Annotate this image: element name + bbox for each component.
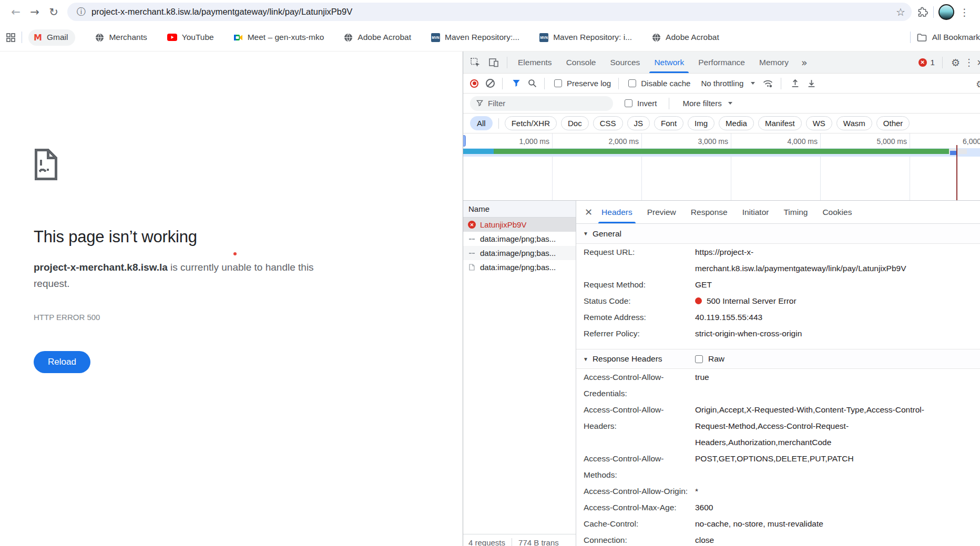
star-icon[interactable]: ☆: [896, 6, 905, 18]
more-filters-label: More filters: [683, 99, 722, 108]
globe-icon: [652, 33, 661, 42]
disclosure-triangle-icon: ▼: [583, 356, 588, 362]
browser-menu-kebab-icon[interactable]: ⋮: [954, 6, 974, 18]
detail-tab-timing[interactable]: Timing: [783, 201, 808, 223]
bookmarks-bar: MGmailMerchantsYouTubeMeet – gen-xuts-mk…: [0, 24, 980, 51]
tab-sources[interactable]: Sources: [610, 51, 640, 73]
chip-font[interactable]: Font: [654, 116, 683, 130]
bookmark-merchants[interactable]: Merchants: [95, 33, 147, 42]
detail-tab-response[interactable]: Response: [691, 201, 728, 223]
preserve-log-toggle[interactable]: Preserve log: [554, 79, 611, 88]
detail-tab-initiator[interactable]: Initiator: [742, 201, 769, 223]
bookmark-youtube[interactable]: YouTube: [167, 33, 214, 42]
header-name: Connection:: [584, 532, 695, 546]
request-row[interactable]: data:image/png;bas...: [463, 260, 576, 274]
chip-media[interactable]: Media: [719, 116, 754, 130]
inspect-icon[interactable]: [470, 57, 481, 68]
extensions-puzzle-icon[interactable]: [917, 6, 928, 18]
disable-cache-checkbox[interactable]: [628, 79, 636, 87]
name-column-header[interactable]: Name: [463, 201, 576, 218]
reload-button[interactable]: Reload: [34, 351, 90, 373]
bookmark-maven-repository-i[interactable]: MVNMaven Repository: i...: [539, 33, 632, 42]
chip-css[interactable]: CSS: [593, 116, 623, 130]
network-timeline[interactable]: 1,000 ms2,000 ms3,000 ms4,000 ms5,000 ms…: [463, 133, 980, 201]
tab-performance[interactable]: Performance: [698, 51, 745, 73]
settings-gear-icon[interactable]: ⚙: [951, 57, 960, 68]
response-headers-section-header[interactable]: ▼ Response Headers Raw: [576, 349, 980, 369]
network-conditions-icon[interactable]: [762, 79, 773, 88]
detail-tab-headers[interactable]: Headers: [601, 201, 632, 223]
more-filters-button[interactable]: More filters: [683, 99, 732, 108]
folder-icon: [917, 33, 927, 42]
search-icon[interactable]: [528, 79, 537, 88]
preserve-log-checkbox[interactable]: [554, 79, 562, 87]
bookmark-adobe-acrobat[interactable]: Adobe Acrobat: [344, 33, 411, 42]
devtools-kebab-icon[interactable]: ⋮: [964, 57, 974, 68]
chip-other[interactable]: Other: [876, 116, 910, 130]
document-icon: [468, 264, 476, 271]
header-row: Connection:close: [576, 532, 980, 546]
request-row[interactable]: ✕LatunjixPb9V: [463, 218, 576, 232]
throttling-select[interactable]: No throttling: [701, 79, 755, 88]
invert-checkbox[interactable]: [625, 99, 632, 107]
bookmark-adobe-acrobat[interactable]: Adobe Acrobat: [652, 33, 719, 42]
transferred-size: 774 B trans: [518, 538, 559, 546]
timeline-tick-label: 4,000 ms: [731, 133, 818, 148]
detail-tab-cookies[interactable]: Cookies: [822, 201, 852, 223]
chip-js[interactable]: JS: [627, 116, 650, 130]
chip-ws[interactable]: WS: [806, 116, 832, 130]
chip-doc[interactable]: Doc: [561, 116, 589, 130]
raw-checkbox[interactable]: [695, 355, 703, 363]
request-row[interactable]: data:image/png;bas...: [463, 232, 576, 246]
tab-memory[interactable]: Memory: [759, 51, 789, 73]
detail-tab-preview[interactable]: Preview: [647, 201, 676, 223]
general-title: General: [593, 229, 621, 239]
forward-arrow-icon[interactable]: →: [25, 3, 44, 22]
import-har-icon[interactable]: [791, 79, 800, 88]
bookmark-maven-repository[interactable]: MVNMaven Repository:...: [431, 33, 519, 42]
bookmark-label: Adobe Acrobat: [666, 33, 719, 42]
all-bookmarks-button[interactable]: All Bookmark: [917, 33, 980, 42]
chip-all[interactable]: All: [470, 116, 493, 130]
chip-manifest[interactable]: Manifest: [758, 116, 802, 130]
header-name: Request URL:: [584, 244, 695, 276]
filter-funnel-icon[interactable]: [512, 79, 520, 87]
bookmark-meet-gen-xuts-mko[interactable]: Meet – gen-xuts-mko: [234, 33, 324, 42]
filter-input[interactable]: Filter: [470, 96, 613, 111]
chip-img[interactable]: Img: [688, 116, 714, 130]
tab-elements[interactable]: Elements: [518, 51, 552, 73]
reload-icon[interactable]: ↻: [44, 3, 63, 22]
invert-toggle[interactable]: Invert: [625, 99, 657, 108]
back-arrow-icon[interactable]: ←: [6, 3, 25, 22]
tab-console[interactable]: Console: [566, 51, 596, 73]
request-error-icon: ✕: [468, 221, 476, 229]
device-toolbar-icon[interactable]: [488, 58, 499, 67]
chip-wasm[interactable]: Wasm: [836, 116, 872, 130]
error-badge-icon: ✕: [918, 58, 927, 67]
header-row: Access-Control-Max-Age:3600: [576, 499, 980, 516]
info-icon[interactable]: ⓘ: [77, 6, 86, 18]
toolbar-separator: [502, 78, 503, 89]
network-settings-gear-icon[interactable]: ⚙: [976, 78, 980, 90]
clear-icon[interactable]: [486, 79, 495, 88]
disable-cache-toggle[interactable]: Disable cache: [628, 79, 690, 88]
export-har-icon[interactable]: [807, 79, 816, 88]
avatar[interactable]: [938, 4, 954, 20]
general-section-header[interactable]: ▼ General: [576, 224, 980, 244]
apps-grid-icon[interactable]: [6, 33, 15, 42]
url-text[interactable]: project-x-merchant.k8.isw.la/paymentgate…: [91, 7, 891, 17]
address-bar[interactable]: ⓘ project-x-merchant.k8.isw.la/paymentga…: [67, 3, 912, 21]
record-icon[interactable]: [470, 79, 478, 88]
chip-fetch-xhr[interactable]: Fetch/XHR: [505, 116, 557, 130]
header-value: strict-origin-when-cross-origin: [695, 325, 802, 342]
more-tabs-icon[interactable]: »: [801, 57, 808, 68]
header-row: Request URL:https://project-x-merchant.k…: [576, 244, 980, 276]
throttling-value: No throttling: [701, 79, 743, 88]
raw-toggle[interactable]: Raw: [695, 354, 724, 364]
error-badge-group[interactable]: ✕ 1: [918, 58, 936, 67]
devtools-close-icon[interactable]: ✕: [977, 58, 980, 68]
request-row[interactable]: data:image/png;bas...: [463, 246, 576, 260]
tab-network[interactable]: Network: [654, 51, 684, 73]
close-icon[interactable]: ✕: [585, 207, 593, 218]
bookmark-gmail[interactable]: MGmail: [28, 29, 75, 46]
